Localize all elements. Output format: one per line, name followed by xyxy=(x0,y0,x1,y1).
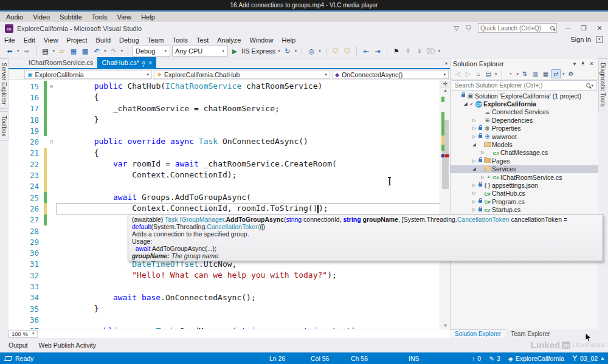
expand-collapsed-icon[interactable]: ▷ xyxy=(471,207,477,212)
vs-menu-team[interactable]: Team xyxy=(143,36,168,44)
code-text[interactable]: _chatRoomService = chatRoomService; xyxy=(56,103,450,114)
close-icon[interactable]: ✕ xyxy=(587,61,596,67)
expand-collapsed-icon[interactable]: ▷ xyxy=(471,126,477,131)
tree-item-ichatroomservice-cs[interactable]: ▷+C#IChatRoomService.cs xyxy=(451,173,598,181)
expand-collapsed-icon[interactable]: ▷ xyxy=(471,134,477,139)
tree-item-properties[interactable]: ▷⚙Properties xyxy=(451,125,598,132)
code-line-34[interactable]: 34 await base.OnConnectedAsync(); xyxy=(9,292,450,303)
prev-bookmark-icon[interactable]: ⇞ xyxy=(403,46,413,56)
start-debug-icon[interactable]: ▶ xyxy=(230,46,240,56)
account-icon[interactable] xyxy=(596,36,603,43)
tab-chathub[interactable]: ChatHub.cs* × xyxy=(97,57,156,68)
properties-wrench-icon[interactable]: ⚙ xyxy=(567,69,576,78)
tab-ichatroomservice[interactable]: IChatRoomService.cs xyxy=(24,57,97,68)
solution-explorer-title-bar[interactable]: Solution Explorer ▾ 🖈 ✕ xyxy=(451,58,598,69)
code-line-23[interactable]: 23 Context.ConnectionId); xyxy=(9,170,450,180)
vs-menu-analyze[interactable]: Analyze xyxy=(213,36,245,44)
next-bookmark-icon[interactable]: ⇟ xyxy=(415,46,424,56)
new-file-dropdown[interactable]: ▾ xyxy=(53,49,55,53)
tree-item-wwwroot[interactable]: ▷⊕wwwroot xyxy=(451,132,598,140)
pin-icon[interactable] xyxy=(142,61,145,64)
pin-icon[interactable]: 🖈 xyxy=(579,61,587,67)
vs-menu-file[interactable]: File xyxy=(0,36,19,44)
back-icon[interactable]: ⬅ xyxy=(5,46,15,56)
code-text[interactable] xyxy=(56,281,450,292)
run-target-label[interactable]: IIS Express xyxy=(241,47,275,55)
code-line-35[interactable]: 35 } xyxy=(9,303,450,314)
code-text[interactable] xyxy=(56,314,450,325)
code-text[interactable]: public override async Task OnConnectedAs… xyxy=(56,136,450,147)
redo-dropdown[interactable]: ▾ xyxy=(121,49,123,53)
server-explorer-vertical-tab[interactable]: Server Explorer xyxy=(0,58,9,109)
vs-menu-project[interactable]: Project xyxy=(62,36,91,44)
vlc-menu-subtitle[interactable]: Subtitle xyxy=(60,13,82,21)
vlc-menu-audio[interactable]: Audio xyxy=(6,13,23,21)
split-window-handle[interactable]: ✛ xyxy=(440,81,451,88)
type-dropdown[interactable]: ❖ ExploreCalifornia.ChatHub▾ xyxy=(154,70,330,79)
code-line-21[interactable]: 21 { xyxy=(9,148,450,159)
pending-changes-filter-icon[interactable]: ◔ xyxy=(506,69,515,78)
tree-item-models[interactable]: ◢Models xyxy=(451,140,598,148)
bottom-tab-output[interactable]: Output xyxy=(9,342,28,349)
tree-item-chatmessage-cs[interactable]: ▷C#ChatMessage.cs xyxy=(451,149,598,157)
expand-expanded-icon[interactable]: ◢ xyxy=(471,167,477,171)
vlc-menu-help[interactable]: Help xyxy=(141,13,155,21)
save-all-icon[interactable]: ▩ xyxy=(80,46,90,56)
tree-item-explorecalifornia[interactable]: ◢✓C#ExploreCalifornia xyxy=(451,100,598,108)
new-file-icon[interactable]: ▤ xyxy=(41,46,50,56)
sign-in-link[interactable]: Sign in xyxy=(570,36,591,43)
uncomment-icon[interactable]: 🗨 xyxy=(342,46,352,56)
undo-icon[interactable]: ↶ xyxy=(92,46,102,56)
tree-item-dependencies[interactable]: ▷⊞Dependencies xyxy=(451,116,598,124)
toolbox-vertical-tab[interactable]: Toolbox xyxy=(0,111,9,140)
vlc-menu-tools[interactable]: Tools xyxy=(92,13,108,21)
code-line-20[interactable]: 20⊟ public override async Task OnConnect… xyxy=(9,136,450,147)
forward-icon[interactable]: ➡ xyxy=(22,46,32,56)
feedback-icon[interactable]: 🗨 xyxy=(465,24,472,32)
expand-collapsed-icon[interactable]: ▷ xyxy=(471,183,477,188)
collapse-region-icon[interactable]: ⊟ xyxy=(47,84,56,89)
code-text[interactable] xyxy=(56,125,450,136)
comment-icon[interactable]: 🗩 xyxy=(331,46,340,56)
tree-item-pages[interactable]: ▷Pages xyxy=(451,157,598,165)
quick-launch-box[interactable] xyxy=(478,23,557,33)
sync-icon[interactable]: ⇅ xyxy=(520,69,530,78)
code-line-32[interactable]: 32 "Hello! What can we help you with tod… xyxy=(9,270,450,281)
minimize-button[interactable]: – xyxy=(563,24,573,32)
tree-item-chathub-cs[interactable]: ▷C#ChatHub.cs xyxy=(451,190,598,197)
solution-search-input[interactable] xyxy=(455,82,586,89)
expand-collapsed-icon[interactable]: ▷ xyxy=(480,175,486,180)
member-dropdown[interactable]: ◆ OnConnectedAsync()▾ xyxy=(332,70,449,79)
vs-menu-view[interactable]: View xyxy=(40,36,63,44)
scroll-down-icon[interactable]: ▼ xyxy=(440,323,451,328)
quick-launch-input[interactable] xyxy=(480,25,550,32)
indent-icon[interactable]: ⇥ xyxy=(373,46,382,56)
expand-collapsed-icon[interactable]: ▷ xyxy=(471,159,477,163)
code-line-18[interactable]: 18 } xyxy=(9,114,450,125)
sync-with-active-document-icon[interactable]: ⇄ xyxy=(551,69,561,78)
diagnostic-tools-vertical-tab[interactable]: Diagnostic Tools xyxy=(598,58,607,111)
tool-tab-solution-explorer[interactable]: Solution Explorer xyxy=(450,329,506,338)
tree-item-appsettings-json[interactable]: ▷{ }appsettings.json xyxy=(451,181,598,189)
project-dropdown[interactable]: ▣ ExploreCalifornia▾ xyxy=(24,70,152,79)
open-folder-icon[interactable]: ▱ xyxy=(57,46,67,56)
tool-tab-team-explorer[interactable]: Team Explorer xyxy=(506,329,554,338)
collapse-region-icon[interactable]: ⊟ xyxy=(47,139,56,145)
vs-menu-edit[interactable]: Edit xyxy=(19,36,40,44)
notifications-funnel-icon[interactable]: ▽ xyxy=(454,24,459,32)
vs-menu-tools[interactable]: Tools xyxy=(168,36,192,44)
tree-item-startup-cs[interactable]: ▷C#Startup.cs xyxy=(451,205,598,213)
toolbar-overflow[interactable]: ▾ xyxy=(438,49,441,53)
vs-menu-build[interactable]: Build xyxy=(92,36,115,44)
code-line-36[interactable]: 36 xyxy=(9,314,450,325)
code-area[interactable]: 15⊟ public ChatHub(IChatRoomService chat… xyxy=(9,81,450,329)
vs-menu-debug[interactable]: Debug xyxy=(115,36,143,44)
solution-configuration-dropdown[interactable]: Debug▾ xyxy=(133,46,170,57)
document-list-dropdown-icon[interactable]: ▾ xyxy=(445,61,447,66)
search-options-dropdown[interactable]: ▾ xyxy=(591,83,593,88)
clear-bookmarks-icon[interactable]: ⌦ xyxy=(426,46,436,56)
vlc-menu-video[interactable]: Video xyxy=(33,13,50,21)
run-target-dropdown[interactable]: ▾ xyxy=(278,49,280,53)
home-icon[interactable]: ⌂ xyxy=(474,69,483,78)
code-line-24[interactable]: 24 xyxy=(9,181,450,192)
